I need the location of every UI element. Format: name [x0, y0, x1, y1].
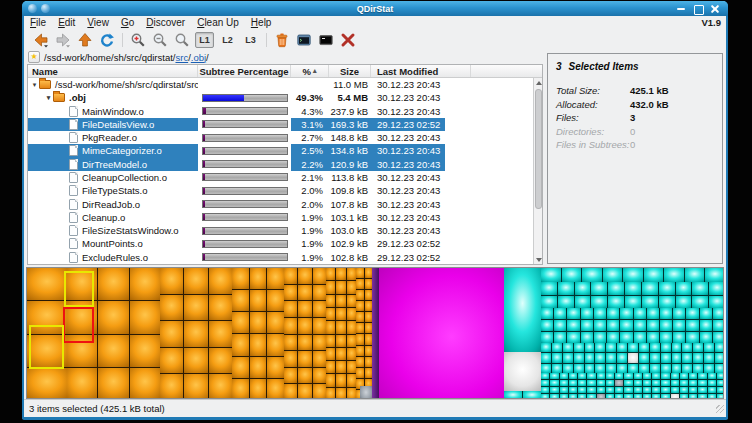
table-row[interactable]: MountPoints.o1.9%102.9 kB29.12.23 02:52 [28, 237, 533, 250]
treemap-cell[interactable] [504, 391, 522, 399]
treemap-cell[interactable] [160, 268, 183, 294]
treemap-cell[interactable] [606, 364, 616, 373]
treemap-cell[interactable] [582, 268, 602, 282]
treemap-cell[interactable] [284, 268, 297, 284]
treemap-cell[interactable] [680, 387, 688, 393]
forward-icon[interactable] [53, 31, 73, 49]
menu-item-clean-up[interactable]: Clean Up [191, 17, 245, 28]
treemap-cell[interactable] [267, 268, 284, 289]
treemap-cell[interactable] [698, 380, 706, 386]
treemap-cell[interactable] [298, 285, 311, 301]
treemap-cell[interactable] [717, 373, 724, 379]
treemap-block[interactable] [504, 268, 541, 352]
treemap-block[interactable] [504, 352, 541, 391]
treemap-cell[interactable] [336, 268, 345, 280]
treemap-cell[interactable] [700, 332, 712, 343]
treemap-cell[interactable] [705, 268, 724, 282]
treemap-cell[interactable] [575, 282, 591, 295]
treemap-cell[interactable] [313, 301, 326, 317]
treemap-cell[interactable] [347, 268, 356, 280]
treemap-cell[interactable] [575, 296, 591, 309]
treemap-cell[interactable] [607, 332, 619, 343]
treemap-cell[interactable] [347, 374, 356, 386]
level-button-l3[interactable]: L3 [241, 32, 260, 48]
treemap-cell[interactable] [689, 380, 697, 386]
treemap-cell[interactable] [336, 361, 345, 373]
treemap-cell[interactable] [347, 321, 356, 333]
minimize-icon[interactable] [676, 4, 686, 14]
treemap-cell[interactable] [541, 308, 553, 319]
treemap-cell[interactable] [595, 364, 605, 373]
treemap-cell[interactable] [650, 343, 660, 352]
treemap-cell[interactable] [365, 346, 373, 356]
column-header-subtree-percentage[interactable]: Subtree Percentage [198, 65, 291, 77]
treemap-cell[interactable] [356, 312, 364, 322]
treemap-cell[interactable] [130, 268, 160, 300]
treemap-cell[interactable] [558, 296, 574, 309]
treemap-cell[interactable] [298, 335, 311, 351]
back-icon[interactable] [31, 31, 51, 49]
scrollbar-thumb[interactable] [535, 89, 542, 209]
treemap-cell[interactable] [643, 373, 651, 379]
treemap-cell[interactable] [347, 388, 356, 399]
treemap-cell[interactable] [607, 320, 619, 331]
treemap-cell[interactable] [647, 332, 659, 343]
treemap-cell[interactable] [160, 295, 183, 321]
treemap-cell[interactable] [541, 296, 557, 309]
treemap-cell[interactable] [692, 282, 708, 295]
treemap-cell[interactable] [617, 353, 627, 362]
treemap-cell[interactable] [209, 374, 232, 399]
table-row[interactable]: FileDetailsView.o3.1%169.3 kB29.12.23 02… [28, 118, 533, 131]
table-row[interactable]: MainWindow.o4.3%237.9 kB30.12.23 20:43 [28, 105, 533, 118]
zoom-out-icon[interactable] [150, 31, 170, 49]
treemap-cell[interactable] [587, 387, 595, 393]
column-header-name[interactable]: Name [28, 65, 198, 77]
treemap-cell[interactable] [585, 353, 595, 362]
treemap-cell[interactable] [356, 346, 364, 356]
treemap-cell[interactable] [615, 387, 623, 393]
treemap-cell[interactable] [558, 282, 574, 295]
treemap-cell[interactable] [709, 296, 724, 309]
treemap-cell[interactable] [267, 357, 284, 378]
treemap-cell[interactable] [550, 373, 558, 379]
treemap-cell[interactable] [284, 368, 297, 384]
treemap-cell[interactable] [689, 387, 697, 393]
treemap-cell[interactable] [298, 384, 311, 399]
bookmark-star-icon[interactable]: ★ [28, 51, 40, 63]
treemap-cell[interactable] [700, 320, 712, 331]
treemap-cell[interactable] [682, 343, 692, 352]
treemap-cell[interactable] [673, 332, 685, 343]
treemap-cell[interactable] [693, 343, 703, 352]
treemap-cell[interactable] [250, 379, 267, 399]
treemap-cell[interactable] [686, 308, 698, 319]
treemap-cell[interactable] [313, 368, 326, 384]
treemap-cell[interactable] [267, 312, 284, 333]
treemap-cell[interactable] [365, 290, 373, 300]
treemap-cell[interactable] [578, 387, 586, 393]
treemap-cell[interactable] [98, 368, 128, 399]
treemap-cell[interactable] [578, 380, 586, 386]
treemap-cell[interactable] [365, 368, 373, 378]
table-row[interactable]: DirTreeModel.o2.2%120.9 kB30.12.23 20:43 [28, 158, 533, 171]
treemap-cell[interactable] [552, 353, 562, 362]
treemap-cell[interactable] [336, 321, 345, 333]
treemap-cell[interactable] [704, 353, 714, 362]
treemap-cell[interactable] [624, 380, 632, 386]
treemap-cell[interactable] [356, 268, 364, 278]
treemap-cell[interactable] [326, 295, 335, 307]
treemap-cell[interactable] [603, 268, 623, 282]
treemap-cell[interactable] [209, 268, 232, 294]
treemap-cell[interactable] [644, 268, 664, 282]
treemap-cell[interactable] [639, 353, 649, 362]
resize-grip[interactable] [716, 405, 724, 413]
treemap-cell[interactable] [620, 320, 632, 331]
treemap-cell[interactable] [597, 387, 605, 393]
window-menu-icon[interactable] [28, 4, 37, 13]
treemap-cell[interactable] [676, 296, 692, 309]
treemap-cell[interactable] [615, 373, 623, 379]
treemap-cell[interactable] [634, 380, 642, 386]
treemap-cell[interactable] [326, 321, 335, 333]
treemap-cell[interactable] [625, 282, 641, 295]
treemap-cell[interactable] [130, 368, 160, 399]
treemap-cell[interactable] [541, 343, 551, 352]
